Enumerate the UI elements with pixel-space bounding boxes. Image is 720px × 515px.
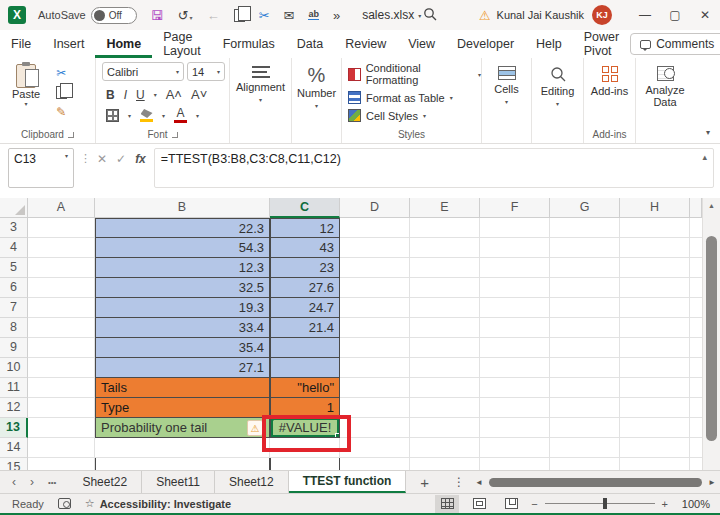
cell-a3[interactable]	[28, 218, 95, 238]
paste-dropdown-icon[interactable]: ▾	[25, 100, 28, 107]
vertical-scrollbar[interactable]: ▲	[702, 198, 720, 470]
col-header-e[interactable]: E	[410, 198, 480, 218]
sheet-nav-right-icon[interactable]: ›	[30, 475, 34, 489]
tab-review[interactable]: Review	[334, 30, 397, 58]
undo-icon[interactable]: ↺▾	[178, 8, 193, 23]
cell-b14[interactable]	[95, 438, 270, 458]
row-header[interactable]: 5	[0, 258, 28, 278]
format-painter-icon[interactable]: ✎	[56, 105, 67, 119]
autosave-toggle[interactable]: Off	[91, 7, 137, 24]
excel-logo-icon[interactable]: X	[8, 6, 26, 24]
cell-c11[interactable]: "hello"	[270, 378, 340, 398]
cell-c10[interactable]	[270, 358, 340, 378]
formula-bar-collapse-icon[interactable]: ▴	[702, 152, 707, 184]
conditional-formatting-button[interactable]: Conditional Formatting ▾	[348, 62, 481, 86]
col-header-b[interactable]: B	[95, 198, 270, 218]
zoom-out-icon[interactable]: −	[531, 498, 537, 510]
tab-help[interactable]: Help	[525, 30, 573, 58]
cells-group[interactable]: Cells ▾	[482, 58, 532, 143]
row-header[interactable]: 6	[0, 278, 28, 298]
normal-view-button[interactable]	[435, 495, 459, 513]
cell-c6[interactable]: 27.6	[270, 278, 340, 298]
new-sheet-icon[interactable]: +	[406, 471, 443, 493]
sheet-list-icon[interactable]: •••	[48, 478, 56, 487]
account-warning-icon[interactable]: ⚠	[479, 8, 491, 23]
tab-insert[interactable]: Insert	[42, 30, 95, 58]
analyze-data-button[interactable]: Analyze Data	[636, 58, 694, 143]
cell-b15[interactable]	[95, 458, 270, 470]
cell-b11[interactable]: Tails	[95, 378, 270, 398]
cell-c15[interactable]	[270, 458, 340, 470]
undo-dropdown-icon[interactable]: ▾	[190, 15, 193, 21]
cell-a13[interactable]	[28, 418, 95, 438]
zoom-in-icon[interactable]: +	[662, 498, 668, 510]
cell-a15[interactable]	[28, 458, 95, 470]
row-header[interactable]: 7	[0, 298, 28, 318]
sheet-tab-sheet11[interactable]: Sheet11	[142, 471, 215, 493]
number-group[interactable]: % Number ▾	[292, 58, 342, 143]
cut-icon[interactable]: ✂	[259, 8, 270, 23]
cell-a7[interactable]	[28, 298, 95, 318]
cell-b8[interactable]: 33.4	[95, 318, 270, 338]
namebox-splitter[interactable]: ⋮	[80, 152, 91, 165]
macro-record-icon[interactable]	[58, 498, 71, 509]
cell-c8[interactable]: 21.4	[270, 318, 340, 338]
tab-file[interactable]: File	[0, 30, 42, 58]
underline-dropdown-icon[interactable]: ▾	[154, 91, 157, 98]
scroll-left-icon[interactable]: ◄	[475, 478, 483, 487]
cell-c14[interactable]	[270, 438, 340, 458]
col-header-h[interactable]: H	[620, 198, 690, 218]
copy-button[interactable]	[56, 86, 67, 99]
tab-formulas[interactable]: Formulas	[212, 30, 286, 58]
row-header[interactable]: 8	[0, 318, 28, 338]
col-header-f[interactable]: F	[480, 198, 550, 218]
tab-page-layout[interactable]: Page Layout	[152, 30, 212, 58]
cell-a12[interactable]	[28, 398, 95, 418]
row-header[interactable]: 11	[0, 378, 28, 398]
cell-a5[interactable]	[28, 258, 95, 278]
page-layout-view-button[interactable]	[467, 495, 491, 513]
addins-group[interactable]: Add-ins Add-ins	[584, 58, 636, 143]
sheet-nav-left-icon[interactable]: ‹	[12, 475, 16, 489]
col-header-d[interactable]: D	[340, 198, 410, 218]
cell-b3[interactable]: 22.3	[95, 218, 270, 238]
row-header[interactable]: 15	[0, 458, 28, 470]
sheet-tab-sheet22[interactable]: Sheet22	[68, 471, 142, 493]
alignment-group[interactable]: Alignment ▾	[230, 58, 292, 143]
vertical-scroll-thumb[interactable]	[706, 236, 717, 441]
avatar[interactable]: KJ	[592, 5, 612, 25]
cell-a10[interactable]	[28, 358, 95, 378]
copy-icon[interactable]	[234, 9, 245, 22]
row-header[interactable]: 12	[0, 398, 28, 418]
tab-data[interactable]: Data	[286, 30, 334, 58]
save-icon[interactable]: 🖫	[151, 8, 164, 23]
cell-b7[interactable]: 19.3	[95, 298, 270, 318]
borders-dropdown-icon[interactable]: ▾	[128, 112, 131, 119]
col-header-a[interactable]: A	[28, 198, 95, 218]
tab-power-pivot[interactable]: Power Pivot	[573, 30, 630, 58]
grow-font-button[interactable]: A˄	[166, 87, 182, 102]
cut-button[interactable]: ✂	[56, 66, 67, 80]
comments-button[interactable]: Comments	[630, 33, 720, 55]
error-warning-icon[interactable]: ⚠	[247, 420, 263, 436]
cell-c7[interactable]: 24.7	[270, 298, 340, 318]
row-header[interactable]: 10	[0, 358, 28, 378]
scroll-up-icon[interactable]: ▲	[703, 198, 720, 214]
page-break-view-button[interactable]	[499, 495, 523, 513]
underline-button[interactable]: U	[136, 88, 145, 102]
clipboard-dialog-launcher-icon[interactable]	[68, 132, 74, 138]
zoom-level[interactable]: 100%	[676, 498, 710, 510]
tab-developer[interactable]: Developer	[446, 30, 525, 58]
minimize-button[interactable]: —	[630, 0, 660, 30]
borders-icon[interactable]	[106, 109, 119, 122]
fill-dropdown-icon[interactable]: ▾	[162, 112, 165, 119]
enter-formula-icon[interactable]: ✓	[116, 152, 126, 166]
font-color-dropdown-icon[interactable]: ▾	[196, 112, 199, 119]
search-icon[interactable]	[423, 7, 437, 24]
horizontal-scroll-thumb[interactable]	[489, 478, 702, 487]
bold-button[interactable]: B	[106, 88, 115, 102]
row-header[interactable]: 13	[0, 418, 28, 438]
name-box[interactable]: C13 ▾	[8, 148, 74, 188]
sheet-tab-sheet12[interactable]: Sheet12	[215, 471, 289, 493]
select-all-corner[interactable]	[0, 198, 28, 218]
